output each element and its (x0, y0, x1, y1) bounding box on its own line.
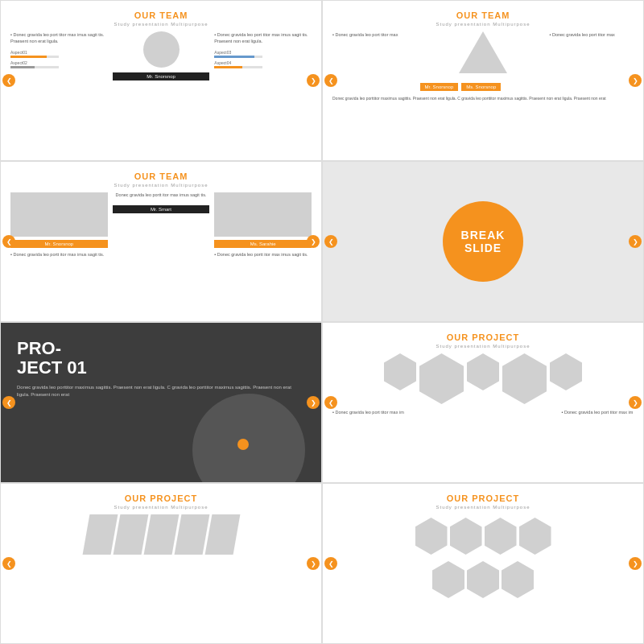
slide2-name2: Ms. Snorsnop (461, 83, 501, 91)
slide1-title-our: OUR (134, 10, 156, 20)
slide6-title: OUR PROJECT (332, 332, 634, 342)
slide1-subtitle: Study presentation Multipurpose (10, 22, 312, 27)
slide8-nav-right[interactable]: ❯ (629, 557, 642, 570)
slide3-name1: Mr. Snorsnop (10, 240, 108, 248)
slide1-aspect1: Aspect01 (10, 50, 108, 55)
slide3-nav-left[interactable]: ❮ (2, 235, 15, 248)
slide2-subtitle: Study presentation Multipurpose (332, 22, 634, 27)
slide7-para-area (10, 514, 312, 555)
slide8-title: OUR PROJECT (332, 493, 634, 503)
slide2-title: OUR TEAM (332, 10, 634, 20)
slide3-desc2: Donec gravida leo portt itor max imus sa… (214, 251, 312, 258)
hex8-1 (415, 518, 448, 555)
break-text: BREAKSLIDE (461, 229, 506, 254)
slide7-nav-left[interactable]: ❮ (2, 557, 15, 570)
slide2-triangle (459, 31, 507, 73)
hex8-2 (450, 518, 482, 555)
slide3-center-text: Donec gravida leo portt itor max imus sa… (116, 192, 207, 199)
hex8-6 (467, 561, 499, 598)
slide3-photo2 (214, 192, 312, 237)
slide1-avatar (143, 31, 180, 68)
hex2 (419, 353, 464, 404)
slide-2: OUR TEAM Study presentation Multipurpose… (322, 0, 644, 161)
slide7-nav-right[interactable]: ❯ (307, 557, 320, 570)
slide5-nav-right[interactable]: ❯ (307, 396, 320, 409)
hex3 (467, 353, 499, 390)
slide1-title: OUR TEAM (10, 10, 312, 20)
slide1-bullet2: Donec gravida leo port titor max imus sa… (214, 31, 312, 45)
hex8-5 (432, 561, 464, 598)
slide2-name1: Mr. Snorsnop (420, 83, 459, 91)
para3 (143, 514, 179, 555)
slide3-center-name: Mr. Smart (113, 205, 210, 213)
slide7-subtitle: Study presentation Multipurpose (10, 505, 312, 510)
slide-7: OUR PROJECT Study presentation Multipurp… (0, 483, 322, 644)
slide-4: BREAKSLIDE ❮ ❯ (322, 161, 644, 322)
hex4 (502, 353, 547, 404)
para5 (204, 514, 240, 555)
slide1-name: Mr. Snorsnop (113, 72, 210, 80)
slide2-bullet2: Donec gravida leo port titor max (549, 31, 634, 38)
para2 (113, 514, 148, 555)
slide1-nav-right[interactable]: ❯ (307, 74, 320, 87)
hex8-3 (485, 518, 517, 555)
slide6-nav-right[interactable]: ❯ (629, 396, 642, 409)
slide4-nav-right[interactable]: ❯ (629, 235, 642, 248)
slide2-nav-left[interactable]: ❮ (324, 74, 337, 87)
slide6-bullet2: Donec gravida leo port titor max im (562, 409, 634, 415)
slide6-bullet1: Donec gravida leo port titor max im (332, 409, 405, 415)
slide2-bullet1: Donec gravida leo port titor max (332, 31, 417, 38)
slide5-circle-deco (192, 394, 305, 483)
slide5-nav-left[interactable]: ❮ (2, 396, 15, 409)
slide1-bullet1: Donec gravida leo port titor max imus sa… (10, 31, 108, 45)
slide-1: OUR TEAM Study presentation Multipurpose… (0, 0, 322, 161)
slide-8: OUR PROJECT Study presentation Multipurp… (322, 483, 644, 644)
slide7-title: OUR PROJECT (10, 493, 312, 503)
slide8-hex-row1 (415, 518, 551, 555)
para4 (174, 514, 209, 555)
slide6-hex-area (332, 353, 634, 404)
slide8-nav-left[interactable]: ❮ (324, 557, 337, 570)
slide1-nav-left[interactable]: ❮ (2, 74, 15, 87)
slide5-title: PRO-JECT 01 (17, 339, 305, 378)
slide3-subtitle: Study presentation Multipurpose (10, 183, 312, 188)
break-circle: BREAKSLIDE (443, 201, 523, 282)
hex5 (550, 353, 582, 390)
slide8-subtitle: Study presentation Multipurpose (332, 505, 634, 510)
slide4-nav-left[interactable]: ❮ (324, 235, 337, 248)
slide2-nav-right[interactable]: ❯ (629, 74, 642, 87)
slide3-photo1 (10, 192, 108, 237)
slide3-desc1: Donec gravida leo portt itor max imus sa… (10, 251, 108, 258)
slide1-aspect4: Aspect04 (214, 60, 312, 65)
slide-5: PRO-JECT 01 Donec gravida leo porttitor … (0, 322, 322, 483)
slide-3: OUR TEAM Study presentation Multipurpose… (0, 161, 322, 322)
slide-6: OUR PROJECT Study presentation Multipurp… (322, 322, 644, 483)
slide8-hex-row2 (432, 561, 534, 598)
hex8-7 (502, 561, 534, 598)
slide5-desc: Donec gravida leo porttitor maximus sagi… (17, 384, 305, 398)
slide3-title: OUR TEAM (10, 171, 312, 181)
slide6-nav-left[interactable]: ❮ (324, 396, 337, 409)
slide1-aspect3: Aspect03 (214, 50, 312, 55)
para1 (82, 514, 118, 555)
slide5-orange-dot (237, 439, 249, 450)
slide2-desc: Donec gravida leo porttitor maximus sagi… (332, 96, 634, 101)
hex8-4 (519, 518, 551, 555)
slide3-nav-right[interactable]: ❯ (307, 235, 320, 248)
slide3-name2: Ms. Sarahie (214, 240, 312, 248)
hex1 (384, 353, 416, 390)
slide1-aspect2: Aspect02 (10, 60, 108, 65)
slide6-subtitle: Study presentation Multipurpose (332, 344, 634, 349)
